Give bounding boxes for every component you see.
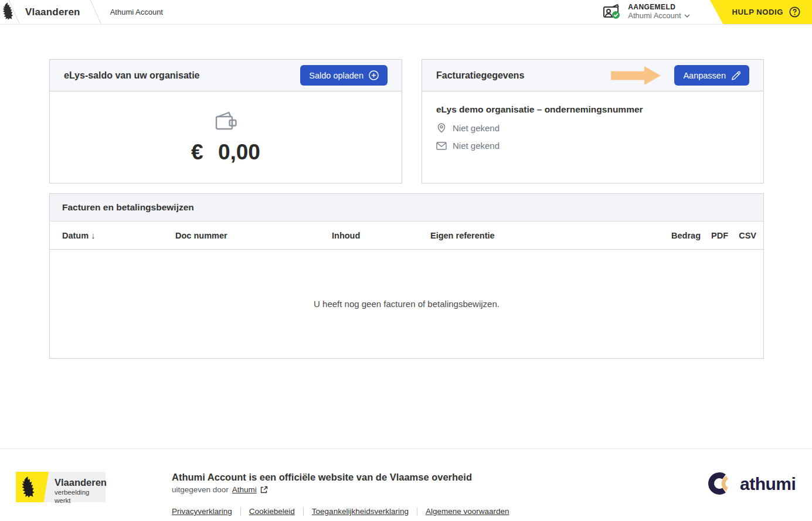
- wallet-icon: [213, 110, 239, 132]
- pencil-icon: [731, 71, 740, 80]
- cookie-policy-link[interactable]: Cookiebeleid: [249, 507, 295, 516]
- column-header-csv: CSV: [728, 231, 756, 240]
- billing-address-value: Niet gekend: [453, 123, 500, 133]
- link-divider: [417, 508, 417, 516]
- link-divider: [240, 508, 241, 516]
- question-circle-icon: [789, 6, 800, 18]
- vlaanderen-footer-logo: Vlaanderen verbeelding werkt: [16, 472, 106, 502]
- billing-email-row: Niet gekend: [436, 141, 749, 151]
- sort-descending-icon: ↓: [91, 231, 95, 240]
- issued-by-prefix: uitgegeven door: [172, 485, 229, 494]
- athumi-logo-text: athumi: [740, 474, 796, 493]
- footer-links: Privacyverklaring Cookiebeleid Toegankel…: [172, 507, 509, 516]
- brand-home-link[interactable]: Vlaanderen: [25, 6, 80, 18]
- organisation-name: eLys demo organisatie – ondernemingsnumm…: [436, 104, 749, 115]
- invoices-title: Facturen en betalingsbewijzen: [62, 202, 194, 213]
- location-pin-icon: [436, 122, 447, 133]
- top-up-balance-label: Saldo opladen: [309, 71, 363, 80]
- account-name-label: Athumi Account: [628, 12, 681, 21]
- help-button[interactable]: HULP NODIG: [710, 0, 812, 25]
- user-account-menu[interactable]: AANGEMELD Athumi Account: [603, 4, 689, 21]
- billing-card: Facturatiegegevens Aanpassen eLys d: [422, 59, 764, 183]
- billing-address-row: Niet gekend: [436, 122, 749, 133]
- billing-card-title: Facturatiegegevens: [436, 70, 524, 81]
- footer-logo-tagline: verbeelding werkt: [55, 489, 107, 505]
- logged-in-badge-icon: [603, 4, 621, 19]
- breadcrumb: Athumi Account: [110, 8, 163, 16]
- accessibility-link[interactable]: Toegankelijkheidsverklaring: [312, 507, 409, 516]
- annotation-arrow-icon: [611, 66, 661, 86]
- official-site-statement: Athumi Account is een officiële website …: [172, 472, 509, 483]
- external-link-icon: [260, 486, 268, 493]
- terms-link[interactable]: Algemene voorwaarden: [426, 507, 509, 516]
- athumi-brand-logo: athumi: [708, 471, 797, 499]
- top-up-balance-button[interactable]: Saldo opladen: [300, 65, 388, 86]
- edit-billing-label: Aanpassen: [683, 71, 726, 80]
- chevron-down-icon: [684, 14, 690, 18]
- login-status-label: AANGEMELD: [628, 4, 689, 12]
- footer-logo-title: Vlaanderen: [55, 477, 107, 489]
- header-diagonal-divider: [90, 0, 101, 25]
- envelope-icon: [436, 142, 447, 150]
- privacy-link[interactable]: Privacyverklaring: [172, 507, 232, 516]
- balance-card: eLys-saldo van uw organisatie Saldo opla…: [49, 59, 402, 183]
- column-header-inhoud: Inhoud: [332, 231, 430, 240]
- plus-circle-icon: [369, 70, 379, 80]
- balance-card-title: eLys-saldo van uw organisatie: [64, 70, 199, 81]
- invoices-table-header: Datum↓ Doc nummer Inhoud Eigen referenti…: [50, 222, 763, 250]
- empty-state-message: U heeft nog geen facturen of betalingsbe…: [50, 250, 763, 358]
- column-header-doc-nummer: Doc nummer: [175, 231, 332, 240]
- column-header-datum[interactable]: Datum↓: [62, 231, 175, 240]
- column-header-pdf: PDF: [701, 231, 728, 240]
- vlaanderen-lion-icon: [20, 476, 36, 500]
- balance-amount: € 0,00: [191, 140, 260, 165]
- page-footer: Vlaanderen verbeelding werkt Athumi Acco…: [0, 448, 812, 521]
- column-header-bedrag: Bedrag: [648, 231, 701, 240]
- link-divider: [303, 508, 304, 516]
- billing-email-value: Niet gekend: [453, 141, 500, 151]
- edit-billing-button[interactable]: Aanpassen: [674, 65, 749, 86]
- column-header-eigen-referentie: Eigen referentie: [430, 231, 648, 240]
- invoices-section: Facturen en betalingsbewijzen Datum↓ Doc…: [49, 193, 764, 359]
- help-label: HULP NODIG: [732, 8, 783, 16]
- athumi-link[interactable]: Athumi: [232, 485, 257, 494]
- vlaanderen-lion-icon[interactable]: [1, 2, 14, 23]
- top-navigation-bar: Vlaanderen Athumi Account AANGEMELD Athu…: [0, 0, 812, 25]
- main-content: eLys-saldo van uw organisatie Saldo opla…: [49, 59, 764, 359]
